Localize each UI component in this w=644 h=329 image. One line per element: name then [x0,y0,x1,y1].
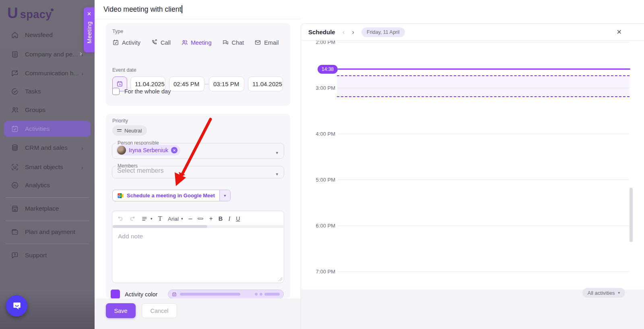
sidebar-item-newsfeed[interactable]: Newsfeed [4,27,91,43]
modal-footer: Save Cancel [95,298,301,329]
sidebar-item-plan-payment[interactable]: Plan and payment [4,224,91,240]
sidebar-expand-chevron[interactable]: › [80,50,82,58]
analytics-icon [11,181,19,189]
schedule-scrollbar-thumb[interactable] [630,188,633,242]
type-tab-chat[interactable]: Chat [222,39,244,46]
scrollbar-thumb[interactable] [113,225,207,228]
logo-dot [51,8,54,11]
type-tabs: Activity Call Meeting Chat Email [112,39,279,46]
hour-label: 5:00 PM [301,177,335,183]
check-circle-icon [11,87,19,95]
storefront-icon [11,205,19,213]
toolbar-scrollbar[interactable] [113,225,283,228]
hour-gridline [338,134,629,134]
type-label: Type [112,29,123,34]
person-chip[interactable]: Iryna Serbeniuk ✕ [116,145,180,155]
activity-color-swatch[interactable] [111,290,120,299]
sidebar-item-smart-objects[interactable]: Smart objects › [4,159,91,175]
prev-day-button[interactable]: ‹ [343,29,345,35]
chevron-down-icon[interactable]: ▾ [276,150,278,155]
type-tab-label: Email [264,39,279,46]
note-input[interactable]: Add note [112,228,284,245]
sidebar-item-support[interactable]: Support [4,248,91,263]
chevron-down-icon[interactable]: ▾ [151,217,153,221]
hour-label: 2:00 PM [301,41,335,45]
hour-gridline [338,226,629,226]
sidebar-item-groups[interactable]: Groups [4,102,91,118]
increase-font-button[interactable]: + [209,215,213,222]
people-icon [11,106,19,114]
sidebar-divider [6,244,89,244]
support-icon [11,251,19,259]
person-name: Iryna Serbeniuk [129,147,168,153]
sidebar-item-crm[interactable]: CRM and sales › [4,140,91,155]
preview-dot [255,293,258,296]
font-size-box[interactable] [198,218,203,219]
bold-button[interactable]: B [219,215,223,222]
whole-day-checkbox[interactable] [112,88,120,95]
type-tab-meeting[interactable]: Meeting [181,39,212,46]
resize-handle[interactable] [279,277,282,281]
next-day-button[interactable]: › [352,29,354,35]
chevron-down-icon[interactable]: ▾ [276,171,278,176]
schedule-date-chip[interactable]: Friday, 11 April [361,27,405,37]
hour-label: 3:00 PM [301,85,335,91]
save-button[interactable]: Save [106,303,136,318]
calendar-icon [116,81,123,87]
person-responsible-field[interactable]: Person responsible Iryna Serbeniuk ✕ ▾ [112,140,284,159]
priority-chip[interactable]: Neutral [112,125,147,136]
communication-icon [11,69,19,77]
schedule-timeline[interactable]: 2:00 PM 3:00 PM 4:00 PM 5:00 PM 6:00 PM … [301,41,644,290]
chevron-down-icon[interactable]: ▾ [181,217,183,221]
redo-icon[interactable] [129,215,136,222]
google-meet-button[interactable]: Schedule a meeting in Google Meet [113,190,219,201]
google-meet-split-button: Schedule a meeting in Google Meet ▾ [112,190,231,201]
date-range-dash [205,84,208,85]
close-schedule-icon[interactable]: ✕ [617,28,622,36]
start-time-value: 02:45 PM [173,81,199,87]
text-style-icon[interactable]: T [158,215,162,223]
sidebar-item-label: Analytics [25,182,50,189]
remove-person-icon[interactable]: ✕ [171,147,178,153]
sidebar-item-marketplace[interactable]: Marketplace [4,201,91,216]
google-meet-dropdown[interactable]: ▾ [219,190,230,201]
meeting-tab[interactable]: ✕ Meeting [84,7,95,52]
sidebar-item-company[interactable]: Company and pe... › [4,47,91,62]
decrease-font-button[interactable]: – [188,215,192,222]
sidebar: U spacy Newsfeed Company and pe... › Com… [0,0,95,329]
sidebar-item-tasks[interactable]: Tasks [4,84,91,99]
sidebar-item-activities[interactable]: Activities [4,121,91,137]
end-date-input[interactable]: 11.04.2025 [248,77,283,91]
chat-icon [222,39,229,46]
mail-icon [254,39,261,46]
hour-gridline [338,180,629,180]
type-tab-email[interactable]: Email [254,39,279,46]
cancel-button[interactable]: Cancel [142,303,177,318]
hour-label: 4:00 PM [301,131,335,137]
sidebar-item-analytics[interactable]: Analytics [4,178,91,193]
font-name[interactable]: Arial [168,216,179,222]
title-input[interactable]: Video meeting with client [103,5,182,14]
align-icon[interactable] [141,215,148,222]
database-icon [11,144,19,152]
details-card: Priority Neutral Person responsible Iryn… [106,114,290,298]
new-event-slot[interactable] [337,75,630,97]
type-tab-call[interactable]: Call [151,39,171,46]
schedule-panel: Schedule ‹ › Friday, 11 April ✕ 2:00 PM … [301,23,644,329]
sidebar-item-communication[interactable]: Communication h... › [4,66,91,81]
italic-button[interactable]: I [228,215,230,222]
end-time-input[interactable]: 03:15 PM [209,77,244,91]
members-field[interactable]: Members Select members ▾ [112,163,284,178]
underline-button[interactable]: U [236,215,240,222]
start-time-input[interactable]: 02:45 PM [169,77,204,91]
undo-icon[interactable] [117,215,124,222]
chat-widget-button[interactable] [6,295,27,317]
activity-color-preview [168,290,284,299]
chevron-right-icon: › [81,145,83,151]
text-caret [182,5,182,13]
close-icon[interactable]: ✕ [87,11,91,17]
sidebar-item-label: CRM and sales [25,144,68,151]
uspacy-logo[interactable]: U spacy [7,5,52,22]
type-tab-activity[interactable]: Activity [112,39,140,46]
activities-filter[interactable]: All activities ▾ [582,288,625,298]
